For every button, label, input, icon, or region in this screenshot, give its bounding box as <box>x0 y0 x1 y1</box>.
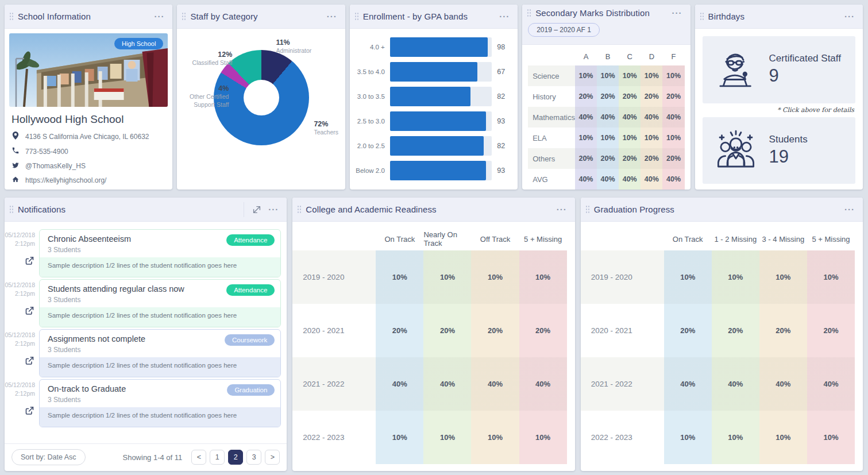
marks-cell: 20% <box>597 86 619 107</box>
drag-handle-icon[interactable] <box>297 205 301 214</box>
more-options-icon[interactable] <box>843 11 856 22</box>
birthdays-staff-tile[interactable]: Certificated Staff 9 <box>703 36 855 103</box>
contact-text: https://kellyhighschool.org/ <box>25 176 106 184</box>
pagination-prev-button[interactable]: < <box>191 450 206 465</box>
notification-card-on-track-to-graduate[interactable]: On-track to Graduate3 StudentsGraduation… <box>39 379 281 427</box>
matrix-col-header-5-missing: 5 + Missing <box>519 227 567 250</box>
marks-col-header-a: A <box>575 47 597 65</box>
graduation-progress-table: On Track1 - 2 Missing3 - 4 Missing5 + Mi… <box>581 222 863 471</box>
notification-card-assignments-not-complete[interactable]: Assignments not complete3 StudentsCourse… <box>39 329 281 377</box>
marks-col-header-d: D <box>641 47 662 65</box>
share-icon[interactable] <box>24 405 35 419</box>
matrix-col-header-3-4-missing: 3 - 4 Missing <box>759 227 807 250</box>
notification-title: Chronic Abseenteeism <box>48 234 131 244</box>
marks-cell: 20% <box>641 86 662 107</box>
bar-category-label: 2.5 to 3.0 <box>353 118 385 125</box>
matrix-corner-cell <box>292 227 376 250</box>
matrix-cell: 40% <box>376 357 423 411</box>
bar-row-3-0-to-3-5: 3.0 to 3.582 <box>353 87 511 106</box>
marks-cell: 40% <box>619 107 641 128</box>
notification-text: Students attending regular class now3 St… <box>48 284 184 304</box>
drag-handle-icon[interactable] <box>354 12 358 21</box>
birthdays-students-tile[interactable]: Students 19 <box>703 117 855 184</box>
bar-category-label: 3.5 to 4.0 <box>353 68 385 75</box>
notification-title: On-track to Graduate <box>48 384 126 393</box>
notification-card-students-attending-regular-class-now[interactable]: Students attending regular class now3 St… <box>39 279 281 327</box>
marks-col-header-f: F <box>662 47 684 65</box>
more-options-icon[interactable] <box>326 11 338 22</box>
card-title-secondary-marks: Secondary Marks Distribution <box>535 8 666 18</box>
matrix-cell: 10% <box>519 250 567 304</box>
bar-category-label: 4.0 + <box>353 44 385 51</box>
school-type-badge: High School <box>114 38 163 49</box>
donut-label-other-certified-support-staff: 4%Other Certified Support Staff <box>177 84 229 109</box>
card-title-staff-by-category: Staff by Category <box>190 11 321 21</box>
card-college-and-academic-readiness: College and Academic Readiness On TrackN… <box>292 198 574 471</box>
drag-handle-icon[interactable] <box>182 12 186 21</box>
marks-row-label-history: History <box>528 86 575 107</box>
more-options-icon[interactable] <box>267 204 280 215</box>
marks-cell: 40% <box>575 107 597 128</box>
marks-cell: 20% <box>575 86 597 107</box>
matrix-col-header-on-track: On Track <box>376 227 423 250</box>
bar-fill <box>390 136 484 156</box>
graduation-progress-header: Graduation Progress <box>581 198 863 222</box>
matrix-cell: 40% <box>471 357 519 411</box>
marks-cell: 10% <box>575 128 597 148</box>
matrix-row-label-2019-2020: 2019 - 2020 <box>292 250 376 304</box>
notifications-list: 05/12/20182:12pmChronic Abseenteeism3 St… <box>5 222 287 427</box>
pagination-next-button[interactable]: > <box>265 450 280 465</box>
more-options-icon[interactable] <box>671 7 684 18</box>
notification-item: 05/12/20182:12pmChronic Abseenteeism3 St… <box>5 229 281 277</box>
matrix-row-label-2022-2023: 2022 - 2023 <box>292 411 376 464</box>
more-options-icon[interactable] <box>843 204 856 215</box>
marks-cell: 40% <box>597 107 619 128</box>
year-filter-chip[interactable]: 2019 – 2020 AF 1 <box>528 23 600 37</box>
share-icon[interactable] <box>24 305 35 319</box>
pagination-page-1[interactable]: 1 <box>210 450 225 465</box>
notification-time: 2:12pm <box>15 339 35 348</box>
more-options-icon[interactable] <box>498 11 511 22</box>
pagination-page-2[interactable]: 2 <box>228 450 243 465</box>
marks-cell: 20% <box>619 148 641 169</box>
share-icon[interactable] <box>24 355 35 369</box>
more-options-icon[interactable] <box>153 11 165 22</box>
contact-row: 773-535-4900 <box>11 146 165 157</box>
notification-students-count: 3 Students <box>48 296 184 304</box>
notification-card-chronic-abseenteeism[interactable]: Chronic Abseenteeism3 StudentsAttendance… <box>39 229 281 277</box>
drag-handle-icon[interactable] <box>527 9 531 17</box>
matrix-cell: 40% <box>519 357 567 411</box>
pagination-page-3[interactable]: 3 <box>246 450 261 465</box>
home-icon <box>11 175 20 186</box>
notification-time: 2:12pm <box>15 240 35 248</box>
drag-handle-icon[interactable] <box>585 205 589 214</box>
contact-text: 4136 S California Ave Chicago, IL 60632 <box>25 133 149 141</box>
enrollment-bar-chart: 4.0 +983.5 to 4.0673.0 to 3.5822.5 to 3.… <box>350 29 518 185</box>
marks-cell: 20% <box>597 148 619 169</box>
marks-cell: 40% <box>575 169 597 190</box>
sort-by-button[interactable]: Sort by: Date Asc <box>11 449 86 465</box>
share-icon[interactable] <box>24 255 35 269</box>
card-graduation-progress: Graduation Progress On Track1 - 2 Missin… <box>581 198 863 471</box>
bar-track <box>390 62 492 82</box>
bar-value: 82 <box>497 142 511 150</box>
secondary-marks-header: Secondary Marks Distribution 2019 – 2020… <box>522 5 690 45</box>
matrix-cell: 20% <box>423 304 471 357</box>
card-title-college-readiness: College and Academic Readiness <box>306 204 550 214</box>
drag-handle-icon[interactable] <box>9 205 13 214</box>
drag-handle-icon[interactable] <box>9 12 13 21</box>
notification-title: Assignments not complete <box>48 334 145 343</box>
matrix-row-label-2021-2022: 2021 - 2022 <box>581 357 664 411</box>
matrix-cell: 10% <box>376 411 423 464</box>
notifications-footer: Sort by: Date Asc Showing 1-4 of 11 <123… <box>5 443 287 471</box>
drag-handle-icon[interactable] <box>700 12 704 21</box>
matrix-cell: 10% <box>712 250 759 304</box>
bar-fill <box>390 87 470 106</box>
notification-date: 05/12/2018 <box>5 281 35 289</box>
more-options-icon[interactable] <box>555 204 568 215</box>
matrix-row-label-2019-2020: 2019 - 2020 <box>581 250 664 304</box>
expand-icon[interactable] <box>251 204 263 215</box>
bar-category-label: Below 2.0 <box>353 167 385 174</box>
twitter-icon <box>11 161 20 171</box>
notification-description: Sample description 1/2 lines of the stud… <box>40 257 280 277</box>
